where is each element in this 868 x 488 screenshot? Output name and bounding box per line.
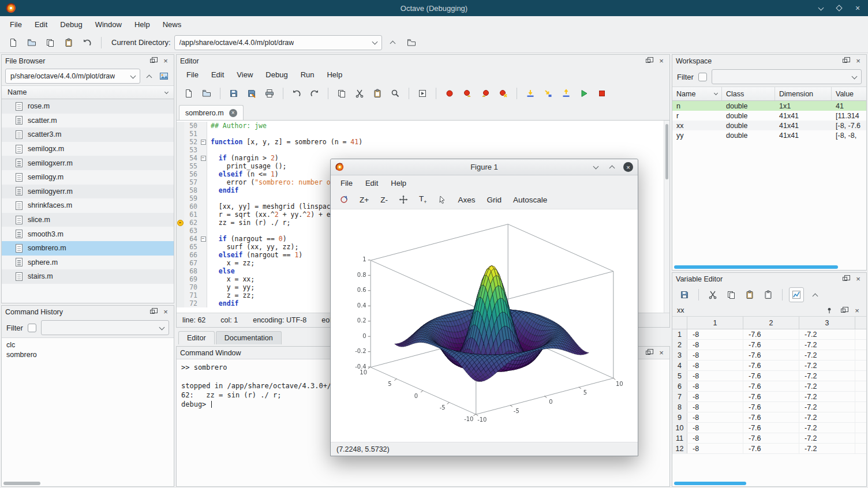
figure-close-button[interactable]: × — [623, 162, 633, 172]
variable-cell[interactable]: -7.6 — [743, 340, 799, 350]
editor-tab-sombrero[interactable]: sombrero.m × — [179, 105, 244, 120]
file-row[interactable]: scatter.m — [2, 114, 174, 128]
tab-editor[interactable]: Editor — [178, 331, 215, 344]
variable-row[interactable]: 12-8-7.6-7.2 — [672, 444, 866, 454]
variable-row[interactable]: 2-8-7.6-7.2 — [672, 340, 866, 350]
save-as-button[interactable] — [244, 86, 259, 101]
redo-button[interactable] — [307, 86, 322, 101]
axes-button[interactable]: Axes — [454, 194, 478, 206]
zoom-in-button[interactable]: Z+ — [356, 194, 372, 206]
file-row[interactable]: stairs.m — [2, 269, 174, 284]
file-row[interactable]: slice.m — [2, 213, 174, 227]
variable-row[interactable]: 5-8-7.6-7.2 — [672, 371, 866, 381]
figure-titlebar[interactable]: Figure 1 × — [331, 159, 638, 175]
variable-cell[interactable]: -7.6 — [743, 412, 799, 422]
select-tool-button[interactable] — [435, 192, 450, 207]
menu-edit[interactable]: Edit — [206, 69, 229, 81]
next-breakpoint-button[interactable] — [460, 86, 475, 101]
remove-breakpoints-button[interactable] — [496, 86, 511, 101]
variable-cell[interactable]: -7.6 — [743, 371, 799, 381]
variable-cell[interactable]: -7.2 — [799, 340, 855, 350]
variable-cell[interactable]: -8 — [687, 402, 743, 412]
variable-cell[interactable]: -7.2 — [799, 412, 855, 422]
variable-cell[interactable]: -7.6 — [743, 381, 799, 391]
history-filter-checkbox[interactable] — [28, 324, 36, 332]
cut-button[interactable] — [352, 86, 367, 101]
save-button[interactable] — [226, 86, 241, 101]
step-in-button[interactable] — [541, 86, 556, 101]
variable-cell[interactable]: -8 — [687, 433, 743, 443]
fold-icon[interactable]: − — [201, 156, 206, 161]
variable-cell[interactable]: -8 — [687, 371, 743, 381]
variable-cell[interactable]: -7.6 — [743, 361, 799, 370]
variable-cell[interactable]: -7.6 — [743, 392, 799, 401]
undo-button[interactable] — [289, 86, 304, 101]
menu-debug[interactable]: Debug — [260, 69, 293, 81]
figure-minimize-button[interactable] — [591, 163, 600, 172]
menu-debug[interactable]: Debug — [55, 18, 87, 31]
stop-debug-button[interactable] — [594, 86, 609, 101]
copy-button[interactable] — [724, 287, 739, 302]
variable-cell[interactable]: -7.6 — [743, 433, 799, 443]
variable-cell[interactable]: -8 — [687, 412, 743, 422]
menu-file[interactable]: File — [5, 18, 27, 31]
minimize-button[interactable] — [816, 3, 825, 13]
variable-cell[interactable]: -8 — [687, 329, 743, 339]
history-filter-combo[interactable] — [41, 320, 169, 335]
open-file-button[interactable] — [199, 86, 214, 101]
variable-cell[interactable]: -7.2 — [799, 381, 855, 391]
history-item[interactable]: clc — [2, 340, 174, 350]
step-button[interactable] — [523, 86, 538, 101]
toggle-breakpoint-button[interactable] — [442, 86, 457, 101]
zoom-out-button[interactable]: Z- — [377, 194, 391, 206]
variable-cell[interactable]: -7.6 — [743, 402, 799, 412]
history-item[interactable]: sombrero — [2, 350, 174, 359]
new-script-button[interactable] — [6, 35, 21, 50]
menu-help[interactable]: Help — [321, 69, 347, 81]
file-row[interactable]: sombrero.m — [2, 241, 174, 256]
workspace-column-value[interactable]: Value — [832, 87, 866, 100]
close-variable-icon[interactable]: × — [852, 306, 862, 315]
variable-cell[interactable]: -7.2 — [799, 444, 855, 453]
workspace-column-name[interactable]: Name — [672, 87, 722, 100]
variable-row[interactable]: 1-8-7.6-7.2 — [672, 329, 866, 340]
menu-edit[interactable]: Edit — [360, 177, 383, 189]
undock-icon[interactable] — [840, 275, 850, 284]
file-row[interactable]: semilogy.m — [2, 170, 174, 185]
rotate-tool-button[interactable] — [336, 192, 351, 207]
workspace-row[interactable]: rdouble41x41[11.314 — [672, 111, 866, 121]
file-browser-path-combo[interactable]: p/share/octave/4.4.0/m/plot/draw — [5, 69, 140, 84]
close-panel-icon[interactable]: × — [161, 307, 170, 317]
plot-canvas[interactable] — [332, 212, 637, 438]
workspace-row[interactable]: ndouble1x141 — [672, 101, 866, 111]
menu-file[interactable]: File — [335, 177, 358, 189]
variable-cell[interactable]: -7.2 — [799, 392, 855, 401]
paste-alt-button[interactable] — [761, 287, 776, 302]
variable-row[interactable]: 6-8-7.6-7.2 — [672, 381, 866, 392]
paste-button[interactable] — [742, 287, 757, 302]
current-directory-combo[interactable]: /app/share/octave/4.4.0/m/plot/draw — [174, 35, 382, 50]
workspace-filter-checkbox[interactable] — [698, 73, 707, 81]
variable-cell[interactable]: -8 — [687, 392, 743, 401]
figure-maximize-button[interactable] — [607, 163, 616, 172]
fold-icon[interactable]: − — [201, 237, 206, 242]
variable-cell[interactable]: -7.6 — [743, 329, 799, 339]
close-panel-icon[interactable]: × — [657, 57, 666, 66]
history-hscrollbar[interactable] — [2, 480, 174, 486]
file-row[interactable]: semilogxerr.m — [2, 156, 174, 170]
close-panel-icon[interactable]: × — [161, 57, 170, 66]
autoscale-button[interactable]: Autoscale — [510, 194, 551, 206]
file-row[interactable]: rose.m — [2, 99, 174, 114]
tab-documentation[interactable]: Documentation — [216, 331, 282, 344]
variable-cell[interactable]: -7.2 — [799, 350, 855, 360]
insert-text-button[interactable]: T+ — [416, 193, 431, 207]
undock-icon[interactable] — [643, 348, 653, 358]
tab-close-icon[interactable]: × — [229, 109, 237, 117]
step-out-button[interactable] — [559, 86, 574, 101]
paste-button[interactable] — [61, 35, 76, 50]
menu-news[interactable]: News — [158, 18, 187, 31]
copy-button[interactable] — [334, 86, 349, 101]
cut-button[interactable] — [705, 287, 720, 302]
variable-cell[interactable]: -7.2 — [799, 402, 855, 412]
workspace-row[interactable]: xxdouble41x41[-8, -7.6 — [672, 121, 866, 130]
